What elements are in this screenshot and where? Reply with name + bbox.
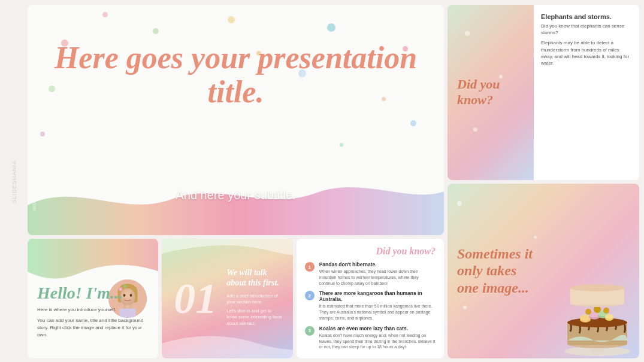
didyouknow1-left: Did you know?: [448, 5, 534, 180]
dot: [102, 12, 108, 17]
svg-point-4: [567, 318, 627, 327]
fact-number-2: 2: [305, 291, 315, 300]
slide-didyouknow1: Did you know? Elephants and storms. Did …: [448, 5, 639, 180]
fact-text-3: Koalas are even more lazy than cats. Koa…: [319, 326, 436, 350]
hello-intro: Here is where you introduce yourself.: [37, 306, 149, 314]
svg-point-18: [570, 284, 624, 291]
slides-area: Here goes your presentation title. AND T…: [28, 5, 639, 358]
fact-heading-3: Koalas are even more lazy than cats.: [319, 326, 436, 331]
section-title: We will talk about this first.: [226, 268, 283, 288]
slide-hello: Hello! I'm... Here is where you introduc…: [28, 239, 158, 358]
hello-content: Hello! I'm... Here is where you introduc…: [28, 239, 158, 358]
hello-title: Hello! I'm...: [37, 284, 149, 303]
fact-item-2: 2 There are more kangaroos than humans i…: [305, 290, 436, 321]
slide-sometimes: Sometimes it only takes one image...: [448, 184, 639, 359]
fact-detail-3: Koalas don't have much energy and, when …: [319, 333, 436, 350]
svg-point-12: [605, 314, 613, 319]
dot: [410, 120, 416, 126]
fact-detail-1: When winter approaches, they head lower …: [319, 269, 436, 286]
fact-text-1: Pandas don't hibernate. When winter appr…: [319, 261, 436, 286]
fact-heading-2: There are more kangaroos than humans in …: [319, 290, 436, 302]
section-text: We will talk about this first. Add a bri…: [217, 258, 292, 339]
svg-point-15: [603, 308, 609, 314]
fact-item-3: 3 Koalas are even more lazy than cats. K…: [305, 326, 436, 350]
sometimes-left: Sometimes it only takes one image...: [448, 184, 543, 359]
fact-number-3: 3: [305, 326, 315, 336]
didyouknow1-fact-title: Elephants and storms.: [541, 13, 632, 20]
main-slide-title: Here goes your presentation title.: [28, 41, 444, 109]
fact-heading-1: Pandas don't hibernate.: [319, 261, 436, 267]
brand-label: SLIDESMANIA: [11, 160, 17, 203]
bottom-row: Hello! I'm... Here is where you introduc…: [28, 239, 444, 358]
dot: [153, 28, 159, 34]
svg-point-6: [580, 315, 591, 321]
section-line1: Add a brief introduction of your section…: [226, 293, 283, 306]
didyouknow1-fact-detail: Elephants may be able to detect a thunde…: [541, 39, 632, 66]
main-container: SLIDESMANIA Here goes your presentati: [0, 0, 644, 362]
fact-number-1: 1: [305, 262, 315, 272]
vertical-text: AND THEN BENEFITS: [32, 168, 37, 211]
dot: [465, 31, 470, 36]
fact-detail-2: It is estimated that more than 50 millio…: [319, 303, 436, 321]
didyouknow1-right: Elephants and storms. Did you know that …: [534, 5, 639, 180]
dot: [228, 16, 235, 23]
section-number: 01: [174, 274, 217, 324]
sometimes-right: [543, 184, 639, 359]
svg-point-13: [585, 309, 591, 315]
slide-main: Here goes your presentation title. AND T…: [28, 5, 444, 235]
dot: [340, 143, 343, 147]
fact-text-2: There are more kangaroos than humans in …: [319, 290, 436, 321]
hello-detail: You can add your name, title and little …: [37, 317, 149, 339]
slide-didyouknow2: Did you know? 1 Pandas don't hibernate. …: [297, 239, 444, 358]
left-panel: SLIDESMANIA: [5, 5, 24, 358]
dot: [40, 132, 45, 136]
main-slide-subtitle: And here your subtitle.: [176, 188, 295, 202]
right-column: Did you know? Elephants and storms. Did …: [448, 5, 639, 358]
sometimes-heading: Sometimes it only takes one image...: [457, 245, 534, 297]
slide-section: 01 We will talk about this first. Add a …: [162, 239, 292, 358]
fact-item-1: 1 Pandas don't hibernate. When winter ap…: [305, 261, 436, 286]
didyouknow2-title: Did you know?: [305, 246, 436, 257]
cake-image: [549, 263, 639, 358]
dot: [327, 23, 335, 32]
didyouknow1-heading: Did you know?: [457, 77, 524, 108]
didyouknow1-fact-intro: Did you know that elephants can sense st…: [541, 23, 632, 36]
dot: [473, 127, 477, 132]
section-line2: Let's dive in and get to know some inter…: [226, 308, 283, 327]
